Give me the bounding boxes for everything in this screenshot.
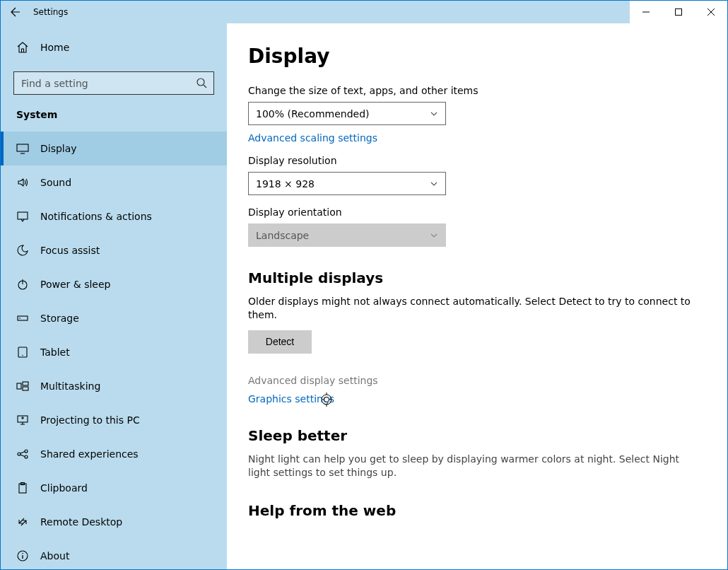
svg-point-19	[22, 553, 23, 554]
about-icon	[16, 549, 29, 562]
clipboard-icon	[16, 482, 29, 494]
resolution-select[interactable]: 1918 × 928	[248, 172, 446, 195]
scale-label: Change the size of text, apps, and other…	[248, 85, 706, 96]
sidebar-item-label: Shared experiences	[40, 448, 139, 460]
sidebar-item-label: Power & sleep	[40, 279, 110, 290]
search-container	[13, 71, 214, 95]
sidebar-item-focus-assist[interactable]: Focus assist	[1, 233, 227, 267]
svg-rect-11	[23, 387, 28, 390]
orientation-label: Display orientation	[248, 207, 706, 218]
notifications-icon	[16, 210, 29, 223]
close-icon	[708, 8, 715, 16]
sidebar-item-about[interactable]: About	[1, 539, 227, 569]
maximize-button[interactable]	[662, 1, 695, 23]
svg-rect-9	[17, 383, 21, 389]
sleep-better-desc: Night light can help you get to sleep by…	[248, 453, 700, 479]
svg-rect-0	[676, 9, 682, 16]
sidebar-item-clipboard[interactable]: Clipboard	[1, 471, 227, 505]
content: Display Change the size of text, apps, a…	[227, 23, 727, 569]
arrow-left-icon	[10, 6, 21, 18]
svg-point-14	[25, 450, 28, 453]
sidebar-home-label: Home	[40, 42, 69, 53]
page-title: Display	[248, 45, 706, 68]
svg-point-8	[22, 355, 23, 356]
orientation-select: Landscape	[248, 223, 446, 247]
svg-rect-2	[17, 144, 28, 151]
minimize-icon	[642, 8, 650, 16]
sidebar-item-projecting[interactable]: Projecting to this PC	[1, 403, 227, 437]
sidebar-item-label: Sound	[40, 177, 71, 188]
resolution-label: Display resolution	[248, 155, 706, 166]
scale-value: 100% (Recommended)	[256, 108, 370, 120]
display-icon	[16, 142, 29, 155]
minimize-button[interactable]	[630, 1, 662, 23]
sidebar-item-notifications[interactable]: Notifications & actions	[1, 199, 227, 233]
svg-rect-3	[18, 212, 28, 219]
svg-rect-5	[18, 316, 28, 320]
sidebar: Home System Display Sound Notifications …	[1, 23, 227, 569]
projecting-icon	[16, 414, 29, 426]
app-title: Settings	[33, 7, 68, 17]
chevron-down-icon	[430, 231, 438, 240]
multiple-displays-desc: Older displays might not always connect …	[248, 295, 700, 322]
storage-icon	[16, 312, 29, 325]
sidebar-item-label: Multitasking	[40, 380, 100, 392]
home-icon	[16, 41, 29, 54]
graphics-settings-link[interactable]: Graphics settings	[248, 393, 706, 405]
sidebar-item-storage[interactable]: Storage	[1, 301, 227, 335]
sidebar-item-shared-experiences[interactable]: Shared experiences	[1, 437, 227, 471]
sidebar-category: System	[1, 105, 227, 124]
sidebar-item-label: About	[40, 550, 69, 562]
power-icon	[16, 278, 29, 291]
sidebar-item-label: Focus assist	[40, 245, 100, 256]
tablet-icon	[16, 346, 29, 359]
search-icon	[196, 77, 207, 88]
chevron-down-icon	[430, 110, 438, 118]
remote-desktop-icon	[16, 516, 29, 528]
sidebar-home[interactable]: Home	[1, 30, 227, 64]
sidebar-item-label: Projecting to this PC	[40, 414, 140, 426]
maximize-icon	[675, 8, 682, 16]
advanced-scaling-link[interactable]: Advanced scaling settings	[248, 132, 706, 144]
resolution-value: 1918 × 928	[256, 178, 315, 190]
sidebar-item-power-sleep[interactable]: Power & sleep	[1, 267, 227, 301]
svg-point-15	[25, 455, 28, 458]
sidebar-item-display[interactable]: Display	[1, 132, 227, 165]
svg-point-6	[19, 318, 20, 319]
multitasking-icon	[16, 380, 29, 392]
sidebar-item-label: Tablet	[40, 347, 70, 358]
svg-rect-10	[23, 382, 28, 385]
sidebar-item-label: Clipboard	[40, 482, 88, 494]
sidebar-item-label: Display	[40, 143, 77, 154]
search-input[interactable]	[13, 71, 214, 95]
orientation-value: Landscape	[256, 230, 309, 241]
sound-icon	[16, 176, 29, 189]
sleep-better-heading: Sleep better	[248, 427, 706, 444]
multiple-displays-heading: Multiple displays	[248, 269, 706, 286]
detect-button[interactable]: Detect	[248, 330, 312, 354]
sidebar-item-sound[interactable]: Sound	[1, 165, 227, 199]
close-button[interactable]	[695, 1, 727, 23]
sidebar-nav: Display Sound Notifications & actions Fo…	[1, 132, 227, 569]
sidebar-item-label: Storage	[40, 313, 79, 324]
focus-assist-icon	[16, 244, 29, 257]
svg-point-1	[197, 78, 204, 86]
scale-select[interactable]: 100% (Recommended)	[248, 102, 446, 125]
sidebar-item-remote-desktop[interactable]: Remote Desktop	[1, 505, 227, 539]
sidebar-item-tablet[interactable]: Tablet	[1, 335, 227, 369]
help-from-web-heading: Help from the web	[248, 502, 706, 519]
chevron-down-icon	[430, 180, 438, 188]
sidebar-item-multitasking[interactable]: Multitasking	[1, 369, 227, 403]
shared-experiences-icon	[16, 448, 29, 460]
svg-point-13	[18, 453, 20, 455]
advanced-display-link[interactable]: Advanced display settings	[248, 375, 706, 386]
sidebar-item-label: Remote Desktop	[40, 516, 122, 528]
sidebar-item-label: Notifications & actions	[40, 211, 152, 222]
titlebar: Settings	[1, 1, 727, 23]
back-button[interactable]	[1, 1, 30, 23]
